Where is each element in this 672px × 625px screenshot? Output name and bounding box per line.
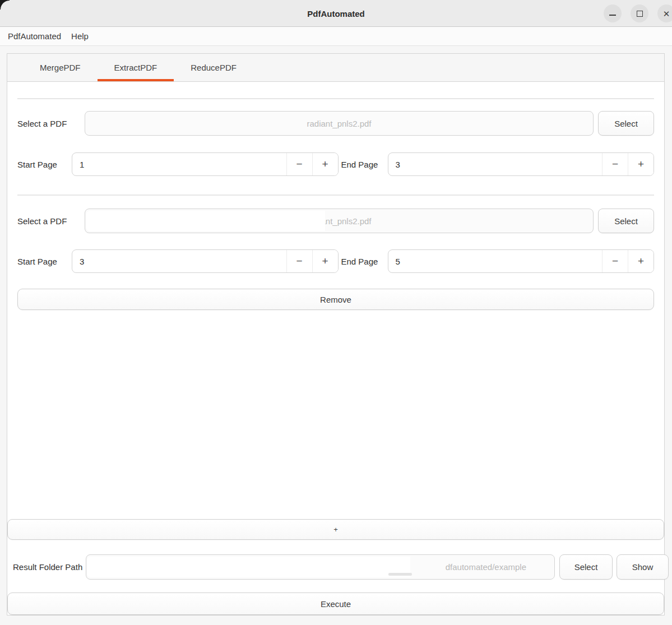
menu-help[interactable]: Help (66, 27, 94, 46)
pdf-group-1-file-row: Select a PDF Select (17, 111, 654, 136)
minimize-icon (609, 15, 616, 16)
window-bottom-strip (0, 615, 672, 625)
end-page-label: End Page (339, 160, 388, 169)
pdf-group-2-file-row: Select a PDF Select (17, 209, 654, 233)
end-page-input-2[interactable] (388, 250, 603, 272)
increment-button[interactable]: + (628, 250, 654, 272)
add-group-button[interactable]: + (7, 519, 664, 540)
increment-button[interactable]: + (313, 250, 338, 272)
tab-reducepdf[interactable]: ReducePDF (174, 54, 253, 81)
close-button[interactable]: ✕ (657, 4, 672, 22)
select-folder-button[interactable]: Select (559, 554, 613, 580)
tab-bar: MergePDF ExtractPDF ReducePDF (7, 54, 664, 82)
start-page-label: Start Page (17, 257, 72, 266)
start-page-input-2[interactable] (72, 250, 286, 272)
window-title: PdfAutomated (0, 0, 672, 27)
end-page-label: End Page (339, 257, 388, 266)
remove-group-button[interactable]: Remove (17, 289, 654, 310)
result-folder-entry (86, 554, 555, 580)
app-window: PdfAutomated ✕ PdfAutomated Help MergePD… (0, 0, 672, 625)
maximize-button[interactable] (631, 4, 648, 22)
extract-tab-content: Select a PDF Select Start Page − + (7, 82, 664, 615)
decrement-button[interactable]: − (603, 250, 628, 272)
increment-button[interactable]: + (313, 153, 338, 175)
pdf-file-entry-2 (85, 209, 594, 233)
select-pdf-button-1[interactable]: Select (598, 111, 654, 136)
increment-button[interactable]: + (628, 153, 654, 175)
end-page-input-1[interactable] (388, 153, 603, 175)
pdf-file-entry-1 (85, 111, 594, 136)
group-separator (17, 98, 654, 99)
empty-scroll-area (7, 310, 664, 519)
select-pdf-label: Select a PDF (17, 216, 85, 226)
minimize-button[interactable] (604, 4, 622, 22)
select-pdf-button-2[interactable]: Select (598, 209, 654, 233)
titlebar: PdfAutomated ✕ (0, 0, 672, 27)
start-page-spinner-1: − + (72, 152, 339, 176)
pdf-group-2-pages-row: Start Page − + End Page − + (17, 249, 654, 273)
result-folder-label: Result Folder Path (13, 562, 86, 572)
decrement-button[interactable]: − (287, 153, 312, 175)
start-page-input-1[interactable] (72, 153, 286, 175)
pdf-group-1-pages-row: Start Page − + End Page − + (17, 152, 654, 176)
start-page-spinner-2: − + (72, 249, 339, 273)
close-icon: ✕ (663, 10, 670, 18)
show-folder-button[interactable]: Show (617, 554, 669, 580)
start-page-label: Start Page (17, 160, 72, 169)
notebook-frame: MergePDF ExtractPDF ReducePDF Select a P… (7, 53, 665, 615)
tab-mergepdf[interactable]: MergePDF (23, 54, 98, 81)
maximize-icon (637, 11, 643, 17)
window-controls: ✕ (604, 4, 672, 22)
pdf-file-input-1[interactable] (85, 112, 593, 135)
select-pdf-label: Select a PDF (17, 119, 85, 128)
decrement-button[interactable]: − (287, 250, 312, 272)
end-page-spinner-2: − + (388, 249, 655, 273)
menu-pdfautomated[interactable]: PdfAutomated (3, 27, 66, 46)
pdf-file-input-2[interactable] (85, 209, 593, 233)
decrement-button[interactable]: − (603, 153, 628, 175)
result-folder-input[interactable] (86, 555, 554, 579)
tab-extractpdf[interactable]: ExtractPDF (98, 54, 174, 81)
end-page-spinner-1: − + (388, 152, 655, 176)
result-folder-row: Result Folder Path Select Show (13, 554, 669, 580)
execute-button[interactable]: Execute (7, 592, 664, 615)
group-separator (17, 195, 654, 196)
menubar: PdfAutomated Help (0, 27, 672, 46)
